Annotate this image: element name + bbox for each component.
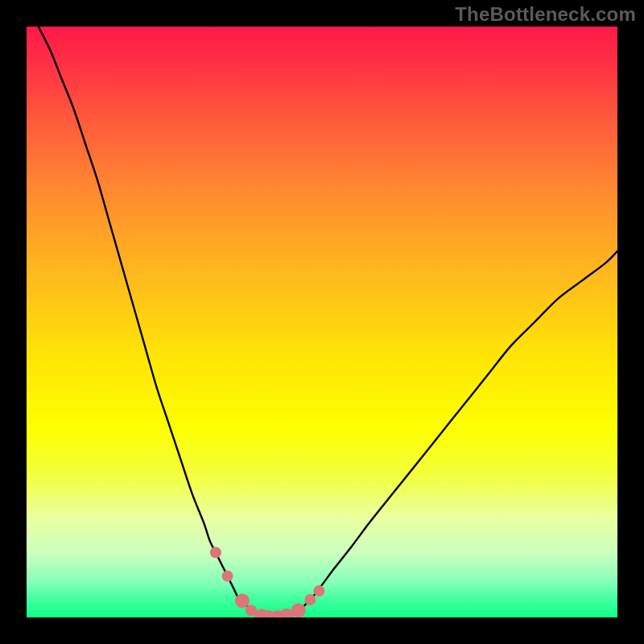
bottleneck-curve — [39, 27, 617, 617]
attribution-label: TheBottleneck.com — [455, 3, 636, 26]
marker-dot — [313, 585, 324, 597]
marker-dot — [222, 571, 233, 582]
plot-area — [27, 27, 617, 617]
marker-dot — [291, 603, 306, 617]
chart-frame: TheBottleneck.com — [0, 0, 644, 644]
marker-dot — [304, 594, 316, 605]
marker-dot — [235, 593, 250, 608]
curve-layer — [27, 27, 617, 617]
optimal-range-dots — [210, 547, 324, 617]
marker-dot — [210, 547, 221, 558]
